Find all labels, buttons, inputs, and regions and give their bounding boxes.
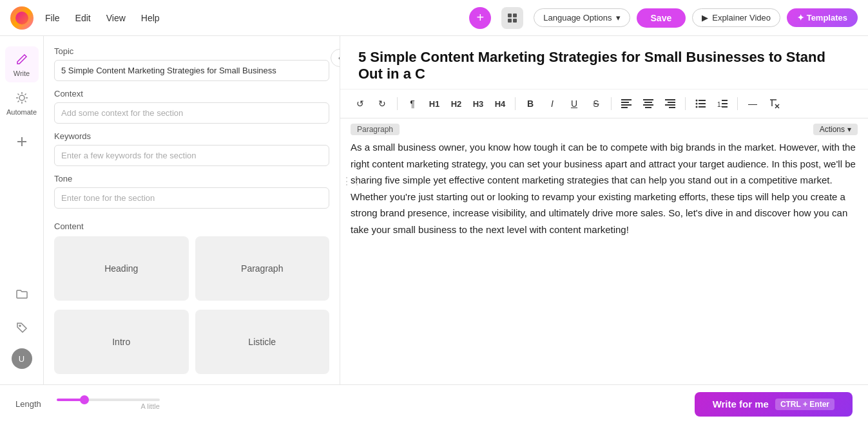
svg-rect-17 — [621, 102, 629, 103]
svg-rect-22 — [643, 104, 653, 106]
topic-label: Topic — [54, 46, 329, 56]
drag-handle[interactable]: ⋮⋮ — [342, 174, 362, 187]
grid-button[interactable] — [501, 7, 523, 29]
paragraph-button[interactable]: ¶ — [403, 95, 422, 113]
h4-button[interactable]: H4 — [490, 95, 510, 113]
align-left-button[interactable] — [617, 95, 636, 113]
length-slider-wrapper: A little — [57, 399, 160, 410]
svg-rect-16 — [621, 99, 632, 100]
toolbar-sep-4 — [685, 97, 686, 110]
write-icon — [14, 52, 30, 67]
icon-sidebar: Write Automate — [0, 36, 44, 384]
svg-rect-1 — [513, 14, 517, 17]
svg-point-4 — [19, 95, 24, 100]
svg-rect-33 — [699, 106, 706, 108]
length-slider[interactable] — [57, 399, 160, 401]
main-layout: Write Automate — [0, 36, 868, 384]
h1-button[interactable]: H1 — [425, 95, 444, 113]
svg-rect-31 — [699, 103, 706, 104]
context-label: Context — [54, 89, 329, 99]
underline-button[interactable]: U — [564, 95, 584, 113]
write-for-me-button[interactable]: Write for me CTRL + Enter — [695, 392, 853, 417]
menu-help[interactable]: Help — [140, 10, 161, 26]
editor-title[interactable]: 5 Simple Content Marketing Strategies fo… — [340, 36, 868, 89]
add-button[interactable]: + — [469, 7, 491, 29]
block-toolbar: Paragraph Actions ▾ — [351, 124, 858, 135]
content-block-paragraph: Paragraph Actions ▾ ⋮⋮ As a small busine… — [340, 118, 868, 243]
strikethrough-button[interactable]: S — [586, 95, 606, 113]
tone-input[interactable] — [54, 187, 329, 209]
content-label: Content — [54, 221, 329, 231]
write-shortcut-hint: CTRL + Enter — [775, 399, 834, 410]
menu-file[interactable]: File — [44, 10, 61, 26]
app-logo[interactable] — [10, 6, 34, 30]
svg-rect-29 — [699, 100, 706, 101]
svg-rect-19 — [621, 107, 628, 108]
block-text[interactable]: As a small business owner, you know how … — [351, 139, 858, 238]
svg-point-32 — [696, 106, 698, 108]
bold-button[interactable]: B — [521, 95, 540, 113]
editor-panel: 5 Simple Content Marketing Strategies fo… — [340, 36, 868, 384]
h2-button[interactable]: H2 — [447, 95, 466, 113]
redo-button[interactable]: ↻ — [372, 95, 392, 113]
sidebar-item-tag[interactable] — [5, 315, 39, 341]
avatar[interactable]: U — [12, 348, 32, 369]
sidebar-item-folder[interactable] — [5, 281, 39, 307]
tag-icon — [14, 320, 30, 335]
svg-rect-37 — [722, 106, 728, 108]
topic-input[interactable] — [54, 60, 329, 81]
plus-icon — [14, 134, 30, 149]
svg-rect-2 — [508, 19, 512, 23]
content-card-intro[interactable]: Intro — [54, 310, 189, 374]
svg-rect-26 — [665, 104, 675, 106]
save-button[interactable]: Save — [637, 8, 686, 28]
align-right-button[interactable] — [661, 95, 680, 113]
templates-button[interactable]: ✦ Templates — [787, 8, 858, 27]
svg-rect-3 — [513, 19, 517, 23]
top-bar: File Edit View Help + Language Options ▾… — [0, 0, 868, 36]
sidebar-item-automate[interactable]: Automate — [5, 85, 39, 121]
editor-toolbar: ↺ ↻ ¶ H1 H2 H3 H4 B I U S — [340, 89, 868, 118]
block-actions-button[interactable]: Actions ▾ — [813, 124, 858, 135]
svg-rect-24 — [665, 99, 675, 100]
toolbar-sep-2 — [515, 97, 516, 110]
content-card-paragraph[interactable]: Paragraph — [195, 236, 330, 301]
hr-button[interactable]: — — [743, 95, 762, 113]
sidebar-item-add[interactable] — [5, 129, 39, 155]
svg-rect-27 — [669, 107, 675, 108]
svg-point-15 — [19, 325, 21, 326]
length-hint: A little — [140, 402, 159, 410]
align-center-button[interactable] — [639, 95, 658, 113]
svg-point-30 — [696, 103, 698, 105]
folder-icon — [14, 287, 30, 302]
toolbar-sep-5 — [737, 97, 738, 110]
sidebar-item-write[interactable]: Write — [5, 46, 39, 82]
keywords-label: Keywords — [54, 131, 329, 141]
chevron-down-icon: ▾ — [847, 125, 851, 134]
svg-rect-18 — [621, 104, 632, 106]
explainer-video-button[interactable]: ▶ Explainer Video — [692, 8, 780, 27]
svg-rect-0 — [508, 14, 512, 17]
tone-label: Tone — [54, 174, 329, 183]
ordered-list-button[interactable]: 1. — [713, 95, 732, 113]
keywords-input[interactable] — [54, 145, 329, 166]
toolbar-sep-3 — [611, 97, 612, 110]
context-input[interactable] — [54, 102, 329, 124]
language-options-button[interactable]: Language Options ▾ — [534, 8, 630, 27]
svg-line-11 — [24, 94, 26, 95]
content-grid: Heading Paragraph Intro Listicle — [54, 236, 329, 379]
menu-edit[interactable]: Edit — [74, 10, 92, 26]
undo-button[interactable]: ↺ — [351, 95, 370, 113]
svg-rect-23 — [645, 107, 651, 108]
content-card-listicle[interactable]: Listicle — [195, 310, 330, 374]
play-icon: ▶ — [702, 13, 708, 23]
h3-button[interactable]: H3 — [468, 95, 488, 113]
top-bar-actions: Language Options ▾ Save ▶ Explainer Vide… — [534, 8, 858, 28]
menu-view[interactable]: View — [105, 10, 127, 26]
svg-rect-36 — [722, 103, 728, 104]
unordered-list-button[interactable] — [691, 95, 710, 113]
clear-format-button[interactable] — [765, 95, 784, 113]
editor-content-area[interactable]: Paragraph Actions ▾ ⋮⋮ As a small busine… — [340, 118, 868, 384]
content-card-heading[interactable]: Heading — [54, 236, 189, 301]
italic-button[interactable]: I — [543, 95, 562, 113]
